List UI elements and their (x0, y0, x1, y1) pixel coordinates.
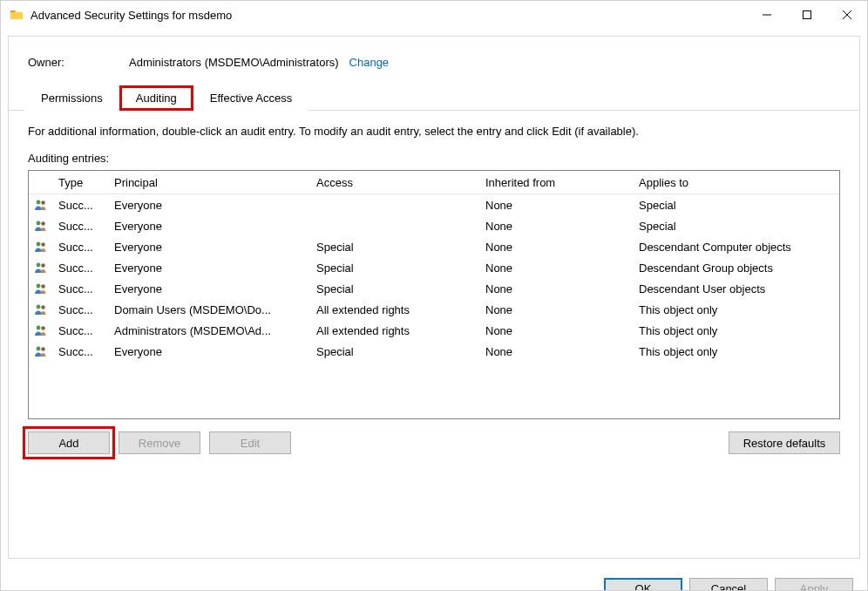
cell-principal: Everyone (109, 259, 311, 277)
people-icon (29, 196, 53, 214)
col-access[interactable]: Access (311, 172, 480, 194)
owner-label: Owner: (28, 56, 129, 69)
svg-point-10 (37, 263, 41, 268)
title-bar: Advanced Security Settings for msdemo (1, 1, 867, 29)
cell-access: Special (311, 259, 480, 277)
cell-access (311, 202, 480, 207)
svg-point-11 (41, 263, 44, 267)
svg-point-19 (41, 347, 44, 350)
change-owner-link[interactable]: Change (349, 56, 390, 69)
cell-type: Succ... (53, 259, 109, 277)
auditing-grid: Type Principal Access Inherited from App… (28, 170, 840, 419)
table-row[interactable]: Succ...EveryoneSpecialNoneThis object on… (29, 341, 839, 362)
col-applies[interactable]: Applies to (634, 172, 839, 194)
svg-point-9 (41, 242, 44, 246)
table-row[interactable]: Succ...EveryoneNoneSpecial (29, 215, 839, 236)
cell-type: Succ... (53, 322, 109, 340)
svg-point-4 (37, 200, 41, 205)
cell-type: Succ... (53, 280, 109, 298)
maximize-button[interactable] (787, 1, 827, 29)
owner-row: Owner: Administrators (MSDEMO\Administra… (9, 37, 859, 85)
svg-point-18 (37, 347, 41, 351)
cell-principal: Administrators (MSDEMO\Ad... (109, 322, 311, 340)
svg-rect-1 (804, 11, 811, 19)
col-principal[interactable]: Principal (109, 172, 311, 194)
tab-content: For additional information, double-click… (9, 111, 859, 558)
minimize-button[interactable] (747, 1, 787, 29)
grid-body: Succ...EveryoneNoneSpecialSucc...Everyon… (29, 194, 839, 362)
svg-point-8 (37, 242, 41, 247)
cell-principal: Domain Users (MSDEMO\Do... (109, 301, 311, 319)
tab-permissions[interactable]: Permissions (24, 85, 119, 111)
cell-applies: This object only (634, 322, 839, 340)
info-text: For additional information, double-click… (28, 125, 840, 138)
cell-principal: Everyone (109, 217, 311, 235)
cell-inherited: None (480, 238, 634, 256)
cell-type: Succ... (53, 301, 109, 319)
cell-type: Succ... (53, 196, 109, 214)
svg-point-14 (37, 305, 41, 309)
tab-effective-access[interactable]: Effective Access (193, 85, 309, 111)
col-type[interactable]: Type (53, 172, 109, 194)
cell-principal: Everyone (109, 343, 311, 361)
cell-principal: Everyone (109, 238, 311, 256)
ok-button[interactable]: OK (604, 578, 682, 591)
cell-inherited: None (480, 196, 634, 214)
apply-button: Apply (775, 578, 853, 591)
people-icon (29, 217, 53, 234)
dialog-body: Owner: Administrators (MSDEMO\Administra… (8, 36, 860, 559)
tab-strip: Permissions Auditing Effective Access (9, 85, 859, 111)
folder-icon (10, 8, 24, 22)
cell-access: Special (311, 343, 480, 361)
table-row[interactable]: Succ...EveryoneNoneSpecial (29, 194, 839, 215)
cell-type: Succ... (53, 217, 109, 235)
window-controls (747, 1, 867, 29)
dialog-buttons: OK Cancel Apply (1, 566, 867, 591)
cancel-button[interactable]: Cancel (689, 578, 768, 591)
cell-inherited: None (480, 322, 634, 340)
svg-point-12 (37, 284, 41, 289)
cell-inherited: None (480, 259, 634, 277)
table-row[interactable]: Succ...EveryoneSpecialNoneDescendant Gro… (29, 257, 839, 278)
owner-value: Administrators (MSDEMO\Administrators) (129, 56, 339, 69)
cell-inherited: None (480, 301, 634, 319)
cell-applies: This object only (634, 343, 839, 361)
cell-applies: Descendant Group objects (634, 259, 839, 277)
restore-defaults-button[interactable]: Restore defaults (729, 431, 840, 454)
cell-principal: Everyone (109, 196, 311, 214)
cell-access: Special (311, 238, 480, 256)
table-row[interactable]: Succ...EveryoneSpecialNoneDescendant Com… (29, 236, 839, 257)
svg-point-5 (41, 200, 44, 204)
svg-point-15 (41, 305, 44, 309)
people-icon (29, 322, 53, 339)
svg-point-16 (37, 326, 41, 330)
close-button[interactable] (827, 1, 867, 29)
cell-type: Succ... (53, 238, 109, 256)
grid-header: Type Principal Access Inherited from App… (29, 171, 839, 194)
svg-point-7 (41, 221, 44, 225)
cell-applies: Descendant User objects (634, 280, 839, 298)
window-title: Advanced Security Settings for msdemo (31, 9, 747, 22)
add-button[interactable]: Add (28, 431, 110, 454)
cell-access (311, 223, 480, 228)
svg-point-6 (37, 221, 41, 226)
cell-access: All extended rights (311, 322, 480, 340)
cell-access: Special (311, 280, 480, 298)
svg-point-13 (41, 284, 44, 288)
col-inherited[interactable]: Inherited from (480, 172, 634, 194)
cell-applies: Descendant Computer objects (634, 238, 839, 256)
cell-access: All extended rights (311, 301, 480, 319)
col-icon[interactable] (29, 178, 53, 187)
table-row[interactable]: Succ...Domain Users (MSDEMO\Do...All ext… (29, 299, 839, 320)
people-icon (29, 259, 53, 276)
cell-type: Succ... (53, 343, 109, 361)
entries-label: Auditing entries: (28, 152, 840, 165)
table-row[interactable]: Succ...EveryoneSpecialNoneDescendant Use… (29, 278, 839, 299)
cell-applies: Special (634, 196, 839, 214)
cell-principal: Everyone (109, 280, 311, 298)
edit-button: Edit (209, 431, 291, 454)
table-row[interactable]: Succ...Administrators (MSDEMO\Ad...All e… (29, 320, 839, 341)
cell-inherited: None (480, 343, 634, 361)
tab-auditing[interactable]: Auditing (119, 85, 193, 111)
people-icon (29, 238, 53, 255)
